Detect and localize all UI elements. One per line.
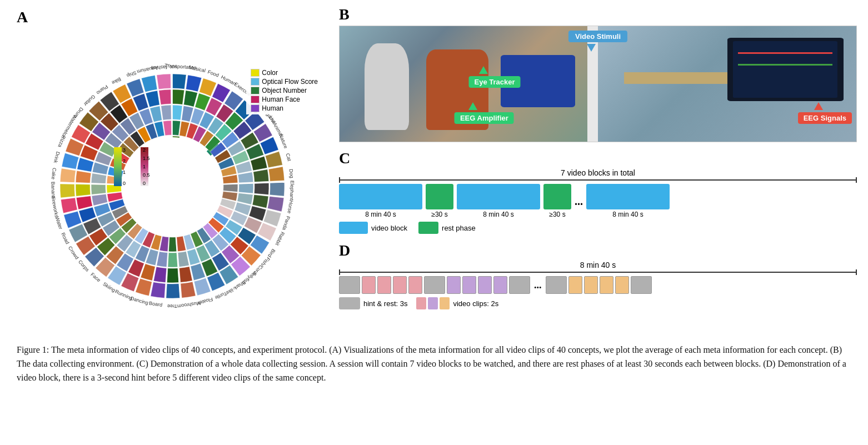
d-block-orange-3 bbox=[600, 276, 613, 294]
d-block-purple-4 bbox=[493, 276, 507, 294]
svg-text:Banana: Banana bbox=[50, 182, 56, 199]
panel-c-label: C bbox=[339, 149, 350, 167]
legend-humanface: Human Face bbox=[251, 96, 318, 103]
block-green-1 bbox=[426, 184, 453, 209]
d-block-purple-2 bbox=[462, 276, 476, 294]
d-blocks-row: ... bbox=[339, 276, 857, 294]
svg-text:Elephant: Elephant bbox=[289, 181, 295, 201]
block-col-3: 8 min 40 s bbox=[457, 184, 540, 218]
section-c: C 7 video blocks in total 8 min 40 s bbox=[339, 149, 857, 234]
cb2-labels: 2 1.5 1 0.5 0 bbox=[143, 147, 150, 186]
cb1-labels: 3 2 1 0 bbox=[123, 147, 126, 186]
d-block-orange-2 bbox=[584, 276, 598, 294]
c-dots: ... bbox=[575, 188, 583, 214]
top-section: A bbox=[11, 6, 857, 333]
svg-text:Drink: Drink bbox=[52, 151, 61, 164]
svg-text:Road: Road bbox=[60, 232, 70, 245]
arrow-video-stimuli bbox=[587, 44, 596, 52]
block-col-5: 8 min 40 s bbox=[586, 184, 670, 218]
svg-text:Mushroom: Mushroom bbox=[177, 301, 201, 309]
d-legend-clips-label: video clips: 2s bbox=[453, 299, 498, 308]
figure-caption: Figure 1: The meta information of video … bbox=[11, 343, 856, 384]
legend-rest-phase: rest phase bbox=[418, 222, 476, 234]
left-panel: A bbox=[11, 6, 333, 333]
c-legend: video block rest phase bbox=[339, 222, 857, 234]
legend-color: Color bbox=[251, 69, 318, 77]
section-d-header: D bbox=[339, 242, 857, 259]
block-blue-1 bbox=[339, 184, 422, 209]
screen-content bbox=[733, 41, 837, 98]
eeg-signals-label: EEG Signals bbox=[798, 112, 852, 124]
d-legend-gray-box bbox=[339, 297, 360, 309]
svg-text:Ship: Ship bbox=[126, 70, 137, 79]
d-legend-hint: hint & rest: 3s bbox=[339, 297, 407, 309]
timeline-tick-right bbox=[856, 177, 857, 183]
svg-text:Tree: Tree bbox=[167, 303, 177, 309]
d-title: 8 min 40 s bbox=[339, 261, 857, 269]
svg-text:Panda: Panda bbox=[281, 216, 291, 231]
svg-text:Face: Face bbox=[89, 272, 102, 283]
d-legend-orange-box bbox=[440, 297, 450, 309]
d-block-gray-1 bbox=[339, 276, 360, 294]
c-timeline bbox=[339, 179, 857, 181]
section-b-wrapper: B bbox=[339, 6, 857, 142]
block-col-2: ≥30 s bbox=[426, 184, 453, 218]
right-panel: B bbox=[339, 6, 857, 333]
svg-text:Water: Water bbox=[54, 216, 64, 230]
legend-object: Object Number bbox=[251, 87, 318, 94]
panel-d-label: D bbox=[339, 242, 350, 259]
svg-text:Board: Board bbox=[149, 301, 163, 308]
svg-text:Piano: Piano bbox=[96, 84, 109, 96]
legend-optical-label: Optical Flow Score bbox=[262, 78, 318, 86]
d-legend-pink-box bbox=[416, 297, 426, 309]
d-block-purple-1 bbox=[447, 276, 461, 294]
colorbar-2: 2 1.5 1 0.5 0 bbox=[141, 147, 148, 186]
big-monitor bbox=[727, 38, 844, 101]
legend-humanface-label: Human Face bbox=[262, 96, 300, 103]
d-timeline-tick-left bbox=[339, 269, 340, 275]
svg-text:Dog: Dog bbox=[288, 169, 295, 178]
d-block-gray-5 bbox=[631, 276, 652, 294]
d-block-pink-2 bbox=[377, 276, 391, 294]
left-photo bbox=[340, 26, 587, 142]
svg-text:Nature: Nature bbox=[278, 133, 288, 149]
svg-rect-55 bbox=[114, 147, 122, 186]
section-b-photo: Video Stimuli Eye Tracker EEG Amplifier bbox=[339, 26, 857, 142]
d-dots: ... bbox=[532, 279, 544, 291]
svg-text:Crowd: Crowd bbox=[67, 245, 80, 260]
legend-video-block: video block bbox=[339, 222, 407, 234]
legend-optical: Optical Flow Score bbox=[251, 78, 318, 86]
svg-text:Fireworks: Fireworks bbox=[51, 196, 60, 218]
section-c-header: C bbox=[339, 149, 857, 167]
svg-text:Running: Running bbox=[114, 288, 133, 301]
section-d: D 8 min 40 s bbox=[339, 242, 857, 309]
svg-text:Corps: Corps bbox=[77, 259, 91, 273]
svg-text:Turtle: Turtle bbox=[214, 291, 228, 301]
legend-rest-box bbox=[418, 222, 438, 234]
d-block-pink-1 bbox=[362, 276, 376, 294]
d-legend-purple-box bbox=[428, 297, 438, 309]
d-block-pink-4 bbox=[408, 276, 422, 294]
block-green-2 bbox=[543, 184, 571, 209]
block-col-4: ≥30 s bbox=[543, 184, 571, 218]
block-label-2: ≥30 s bbox=[431, 211, 447, 218]
block-blue-2 bbox=[457, 184, 540, 209]
d-block-pink-3 bbox=[393, 276, 407, 294]
block-col-1: 8 min 40 s bbox=[339, 184, 422, 218]
chart-legend: Color Optical Flow Score Object Number H… bbox=[246, 67, 322, 114]
right-photo bbox=[598, 26, 856, 142]
block-label-5: 8 min 40 s bbox=[612, 211, 643, 218]
panel-b-label: B bbox=[339, 6, 857, 23]
svg-text:Food: Food bbox=[207, 69, 220, 78]
arrow-eye-tracker bbox=[479, 66, 488, 74]
d-block-gray-2 bbox=[424, 276, 445, 294]
svg-text:Horse: Horse bbox=[286, 200, 294, 214]
d-block-purple-3 bbox=[478, 276, 492, 294]
block-label-1: 8 min 40 s bbox=[365, 211, 396, 218]
legend-color-box bbox=[251, 69, 260, 77]
eye-tracker-label: Eye Tracker bbox=[468, 76, 520, 88]
legend-human-box bbox=[251, 104, 260, 112]
chart-line2 bbox=[738, 64, 832, 66]
colorbars: 3 2 1 0 bbox=[114, 147, 148, 186]
svg-text:Cat: Cat bbox=[285, 153, 292, 162]
